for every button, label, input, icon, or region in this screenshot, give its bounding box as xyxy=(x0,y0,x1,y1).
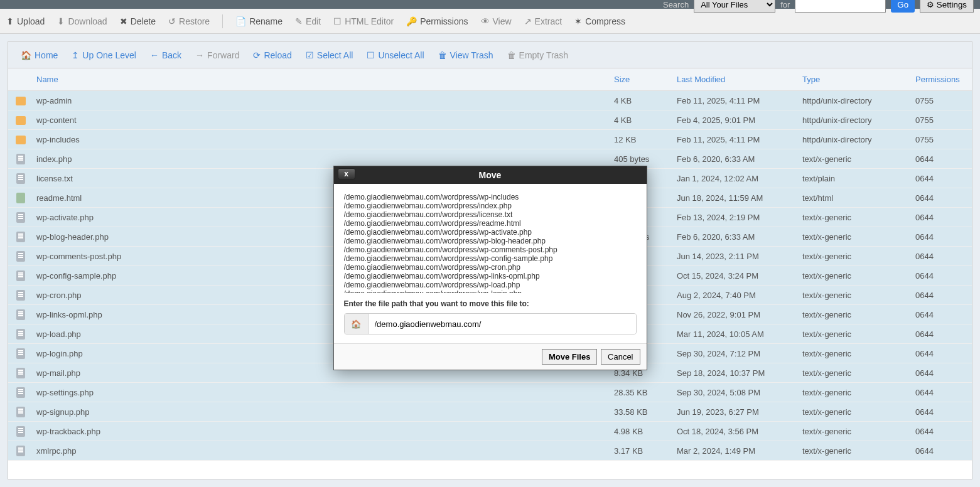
cell-size: 12 KB xyxy=(614,135,677,144)
close-button[interactable]: x xyxy=(338,168,355,179)
search-label: Search xyxy=(663,0,689,9)
search-bar: Search All Your Files for Go ⚙ Settings xyxy=(0,0,980,9)
view-button[interactable]: 👁View xyxy=(481,16,512,26)
dialog-path-list[interactable]: /demo.giaodienwebmau.com/wordpress/wp-in… xyxy=(344,193,637,293)
cell-modified: Feb 11, 2025, 4:11 PM xyxy=(677,135,802,144)
cell-permissions: 0644 xyxy=(915,368,972,378)
table-row[interactable]: wp-signup.php33.58 KBJun 19, 2023, 6:27 … xyxy=(8,402,972,422)
cancel-button[interactable]: Cancel xyxy=(601,349,640,365)
forward-button[interactable]: →Forward xyxy=(195,50,239,60)
cell-type: text/x-generic xyxy=(802,154,915,164)
compress-button[interactable]: ✶Compress xyxy=(574,16,625,26)
html-editor-button[interactable]: ☐HTML Editor xyxy=(333,16,394,26)
cell-permissions: 0644 xyxy=(915,154,972,164)
cell-permissions: 0644 xyxy=(915,427,972,436)
path-list-item: /demo.giaodienwebmau.com/wordpress/index… xyxy=(344,201,637,210)
col-last-modified[interactable]: Last Modified xyxy=(677,75,802,84)
cell-size: 28.35 KB xyxy=(614,388,677,397)
upload-button[interactable]: ⬆Upload xyxy=(6,16,45,26)
cell-modified: Sep 18, 2024, 10:37 PM xyxy=(677,368,802,378)
cell-permissions: 0644 xyxy=(915,329,972,339)
reload-button[interactable]: ⟳Reload xyxy=(253,50,291,60)
move-files-button[interactable]: Move Files xyxy=(542,349,597,365)
table-row[interactable]: wp-includes12 KBFeb 11, 2025, 4:11 PMhtt… xyxy=(8,130,972,149)
file-icon xyxy=(16,407,25,417)
move-dialog: x Move /demo.giaodienwebmau.com/wordpres… xyxy=(333,166,647,370)
col-name[interactable]: Name xyxy=(33,75,614,84)
cell-permissions: 0644 xyxy=(915,310,972,319)
cell-name: wp-admin xyxy=(33,96,614,105)
table-row[interactable]: xmlrpc.php3.17 KBMar 2, 2024, 1:49 PMtex… xyxy=(8,441,972,461)
code-icon xyxy=(16,193,25,203)
cell-modified: Feb 13, 2024, 2:19 PM xyxy=(677,213,802,222)
view-trash-button[interactable]: 🗑View Trash xyxy=(438,50,493,60)
dialog-titlebar: x Move xyxy=(334,166,647,184)
cell-permissions: 0644 xyxy=(915,252,972,261)
path-list-item: /demo.giaodienwebmau.com/wordpress/wp-li… xyxy=(344,272,637,281)
settings-button[interactable]: ⚙ Settings xyxy=(920,0,974,13)
path-list-item: /demo.giaodienwebmau.com/wordpress/wp-ac… xyxy=(344,228,637,237)
file-icon xyxy=(16,368,25,378)
table-row[interactable]: wp-settings.php28.35 KBSep 30, 2024, 5:0… xyxy=(8,383,972,402)
rename-button[interactable]: 📄Rename xyxy=(235,16,283,26)
home-button[interactable]: 🏠Home xyxy=(21,50,58,60)
cell-type: text/x-generic xyxy=(802,291,915,300)
table-row[interactable]: wp-trackback.php4.98 KBOct 18, 2024, 3:5… xyxy=(8,422,972,441)
cell-modified: Sep 30, 2024, 5:08 PM xyxy=(677,388,802,397)
cell-type: text/x-generic xyxy=(802,427,915,436)
col-permissions[interactable]: Permissions xyxy=(915,75,972,84)
table-row[interactable]: wp-content4 KBFeb 4, 2025, 9:01 PMhttpd/… xyxy=(8,110,972,130)
folder-icon xyxy=(16,97,26,105)
cell-size: 4 KB xyxy=(614,115,677,125)
permissions-button[interactable]: 🔑Permissions xyxy=(406,16,468,26)
cell-modified: Mar 11, 2024, 10:05 AM xyxy=(677,329,802,339)
go-button[interactable]: Go xyxy=(891,0,915,13)
trash-icon: 🗑 xyxy=(507,50,516,60)
cell-type: httpd/unix-directory xyxy=(802,135,915,144)
cell-name: wp-includes xyxy=(33,135,614,144)
cell-name: wp-content xyxy=(33,115,614,125)
empty-trash-button[interactable]: 🗑Empty Trash xyxy=(507,50,569,60)
up-one-level-button[interactable]: ↥Up One Level xyxy=(72,50,136,60)
reload-icon: ⟳ xyxy=(253,50,261,60)
file-icon xyxy=(16,348,25,359)
html-editor-icon: ☐ xyxy=(333,16,342,26)
delete-icon: ✖ xyxy=(120,16,127,26)
select-all-button[interactable]: ☑Select All xyxy=(306,50,353,60)
cell-name: xmlrpc.php xyxy=(33,446,614,456)
cell-modified: Aug 2, 2024, 7:40 PM xyxy=(677,291,802,300)
extract-button[interactable]: ↗Extract xyxy=(524,16,563,26)
unselect-all-button[interactable]: ☐Unselect All xyxy=(367,50,424,60)
dialog-label: Enter the file path that you want to mov… xyxy=(344,299,637,308)
path-list-item: /demo.giaodienwebmau.com/wordpress/wp-in… xyxy=(344,193,637,201)
table-row[interactable]: wp-admin4 KBFeb 11, 2025, 4:11 PMhttpd/u… xyxy=(8,91,972,110)
cell-modified: Nov 26, 2022, 9:01 PM xyxy=(677,310,802,319)
col-type[interactable]: Type xyxy=(802,75,915,84)
path-list-item: /demo.giaodienwebmau.com/wordpress/wp-cr… xyxy=(344,263,637,272)
edit-icon: ✎ xyxy=(295,16,303,26)
cell-type: text/x-generic xyxy=(802,271,915,281)
home-icon[interactable]: 🏠 xyxy=(345,314,369,334)
restore-button[interactable]: ↺Restore xyxy=(168,16,210,26)
compress-icon: ✶ xyxy=(574,16,582,26)
cell-permissions: 0644 xyxy=(915,193,972,203)
file-icon xyxy=(16,426,25,437)
cell-permissions: 0755 xyxy=(915,135,972,144)
col-size[interactable]: Size xyxy=(614,75,677,84)
cell-permissions: 0644 xyxy=(915,388,972,397)
edit-button[interactable]: ✎Edit xyxy=(295,16,321,26)
search-input[interactable] xyxy=(795,0,886,13)
table-header: Name Size Last Modified Type Permissions xyxy=(8,68,972,91)
delete-button[interactable]: ✖Delete xyxy=(120,16,156,26)
download-button[interactable]: ⬇Download xyxy=(57,16,107,26)
destination-path-input[interactable] xyxy=(369,314,636,334)
cell-type: httpd/unix-directory xyxy=(802,96,915,105)
cell-permissions: 0755 xyxy=(915,115,972,125)
cell-permissions: 0644 xyxy=(915,174,972,183)
search-scope-select[interactable]: All Your Files xyxy=(694,0,775,13)
extract-icon: ↗ xyxy=(524,16,532,26)
for-label: for xyxy=(780,0,790,9)
back-button[interactable]: ←Back xyxy=(150,50,181,60)
rename-icon: 📄 xyxy=(235,16,246,26)
cell-modified: Oct 15, 2024, 3:24 PM xyxy=(677,271,802,281)
